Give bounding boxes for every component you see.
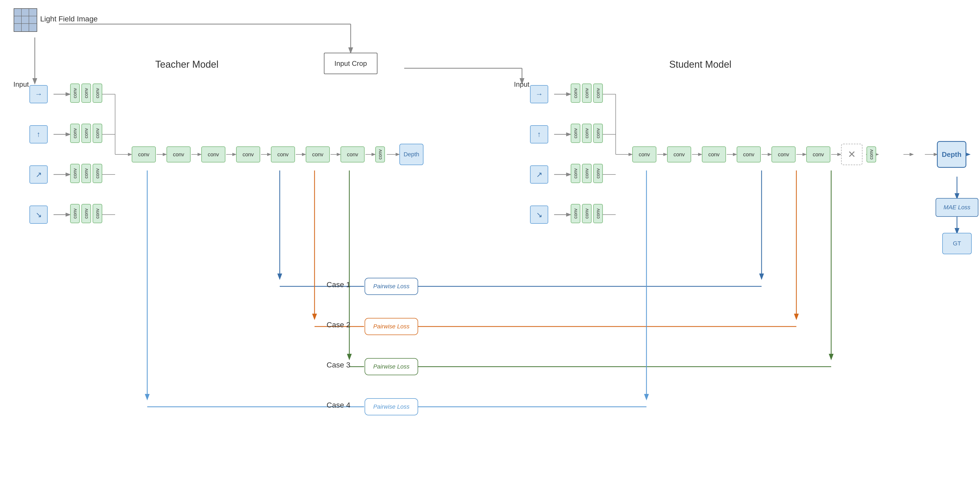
- pairwise-case2-label: Pairwise Loss: [373, 323, 410, 330]
- t-conv-r4-c3: conv: [92, 204, 102, 223]
- student-depth-block: Depth: [937, 141, 966, 168]
- s-conv-r1-c1: conv: [571, 83, 580, 103]
- input-right-label: Input: [514, 80, 530, 89]
- student-model-label: Student Model: [669, 59, 731, 70]
- t-main-conv-small: conv: [375, 146, 385, 162]
- case4-label: Case 4: [326, 401, 350, 409]
- lf-image-label: Light Field Image: [40, 15, 98, 23]
- s-conv-r4-c1: conv: [571, 204, 580, 223]
- t-conv-r3-c1: conv: [70, 164, 80, 183]
- t-main-conv1: conv: [132, 146, 156, 162]
- s-conv-r2-c1: conv: [571, 124, 580, 143]
- student-arrow-right: →: [530, 85, 548, 103]
- s-conv-r1-c3: conv: [593, 83, 603, 103]
- t-main-conv3: conv: [201, 146, 225, 162]
- t-conv-r4-c1: conv: [70, 204, 80, 223]
- case3-label: Case 3: [326, 361, 350, 369]
- t-main-conv2: conv: [167, 146, 191, 162]
- x-block: ✕: [841, 144, 862, 165]
- teacher-arrow-diag-dr: ↘: [29, 205, 48, 224]
- pairwise-case1: Pairwise Loss: [364, 278, 418, 295]
- student-arrow-diag-ur: ↗: [530, 165, 548, 184]
- mae-loss-label: MAE Loss: [943, 204, 970, 211]
- s-main-conv-small: conv: [867, 146, 876, 162]
- s-conv-r2-c3: conv: [593, 124, 603, 143]
- case1-label: Case 1: [326, 280, 350, 289]
- s-main-conv2: conv: [667, 146, 691, 162]
- t-conv-r4-c2: conv: [81, 204, 91, 223]
- input-crop-label: Input Crop: [334, 59, 367, 68]
- t-conv-r1-c2: conv: [81, 83, 91, 103]
- s-conv-r2-c2: conv: [582, 124, 592, 143]
- t-main-conv6: conv: [306, 146, 330, 162]
- pairwise-case4: Pairwise Loss: [364, 398, 418, 415]
- pairwise-case2: Pairwise Loss: [364, 318, 418, 335]
- pairwise-case1-label: Pairwise Loss: [373, 283, 410, 290]
- s-conv-r1-c2: conv: [582, 83, 592, 103]
- t-main-conv5: conv: [271, 146, 295, 162]
- s-main-conv3: conv: [702, 146, 726, 162]
- case2-label: Case 2: [326, 321, 350, 329]
- s-conv-r4-c2: conv: [582, 204, 592, 223]
- lf-image-icon: [13, 8, 38, 32]
- svg-rect-61: [14, 9, 37, 32]
- t-conv-r2-c3: conv: [92, 124, 102, 143]
- t-conv-r1-c3: conv: [92, 83, 102, 103]
- pairwise-case3: Pairwise Loss: [364, 358, 418, 375]
- s-conv-r4-c3: conv: [593, 204, 603, 223]
- t-conv-r2-c2: conv: [81, 124, 91, 143]
- pairwise-case3-label: Pairwise Loss: [373, 363, 410, 370]
- s-main-conv6: conv: [806, 146, 830, 162]
- mae-loss-block: MAE Loss: [935, 198, 978, 217]
- x-symbol: ✕: [848, 149, 856, 160]
- input-left-label: Input: [13, 80, 29, 89]
- teacher-depth-label: Depth: [404, 151, 420, 158]
- teacher-arrow-up: ↑: [29, 125, 48, 143]
- teacher-arrow-right: →: [29, 85, 48, 103]
- s-main-conv1: conv: [632, 146, 656, 162]
- s-main-conv5: conv: [772, 146, 795, 162]
- teacher-depth-block: Depth: [399, 144, 423, 165]
- connections-svg: [0, 0, 980, 482]
- t-conv-r3-c3: conv: [92, 164, 102, 183]
- t-conv-r1-c1: conv: [70, 83, 80, 103]
- s-conv-r3-c2: conv: [582, 164, 592, 183]
- s-conv-r3-c3: conv: [593, 164, 603, 183]
- t-conv-r3-c2: conv: [81, 164, 91, 183]
- t-conv-r2-c1: conv: [70, 124, 80, 143]
- student-arrow-diag-dr: ↘: [530, 205, 548, 224]
- teacher-model-label: Teacher Model: [155, 59, 218, 70]
- teacher-arrow-diag-ur: ↗: [29, 165, 48, 184]
- diagram-container: Light Field Image Input Crop Input Input…: [0, 0, 980, 482]
- student-arrow-up: ↑: [530, 125, 548, 143]
- t-main-conv4: conv: [236, 146, 260, 162]
- pairwise-case4-label: Pairwise Loss: [373, 403, 410, 410]
- s-conv-r3-c1: conv: [571, 164, 580, 183]
- t-main-conv7: conv: [340, 146, 364, 162]
- input-crop-block: Input Crop: [324, 53, 377, 74]
- gt-block: GT: [942, 233, 972, 254]
- student-depth-label: Depth: [942, 150, 961, 159]
- gt-label: GT: [953, 240, 961, 247]
- s-main-conv4: conv: [737, 146, 761, 162]
